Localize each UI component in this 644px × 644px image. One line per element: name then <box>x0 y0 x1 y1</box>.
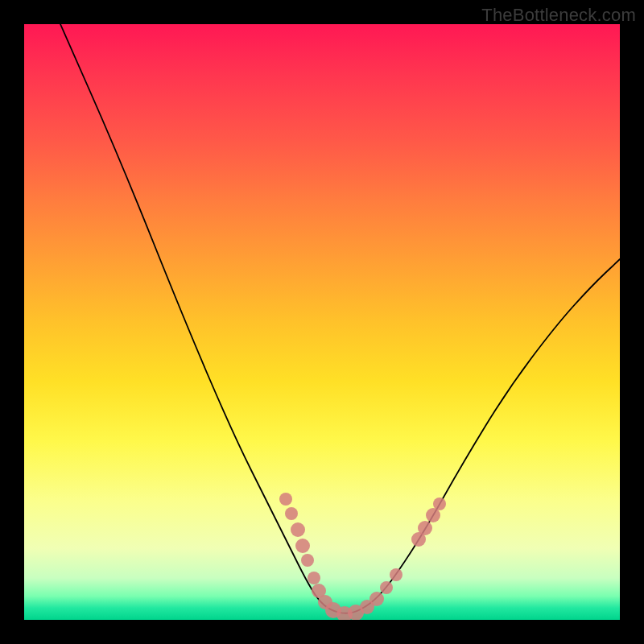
chart-frame <box>24 24 620 620</box>
curve-bead <box>433 497 446 510</box>
curve-bead <box>291 522 305 537</box>
curve-bead <box>369 592 384 606</box>
chart-svg <box>24 24 620 620</box>
curve-bead <box>308 572 320 584</box>
curve-bead <box>418 521 432 535</box>
curve-bead <box>295 539 310 553</box>
curve-bead <box>380 581 393 594</box>
curve-beads <box>279 493 446 620</box>
curve-bead <box>279 493 292 506</box>
bottleneck-curve <box>60 24 620 613</box>
curve-bead <box>285 507 298 520</box>
curve-bead <box>390 568 402 581</box>
curve-bead <box>301 554 314 567</box>
watermark-text: TheBottleneck.com <box>481 5 636 26</box>
